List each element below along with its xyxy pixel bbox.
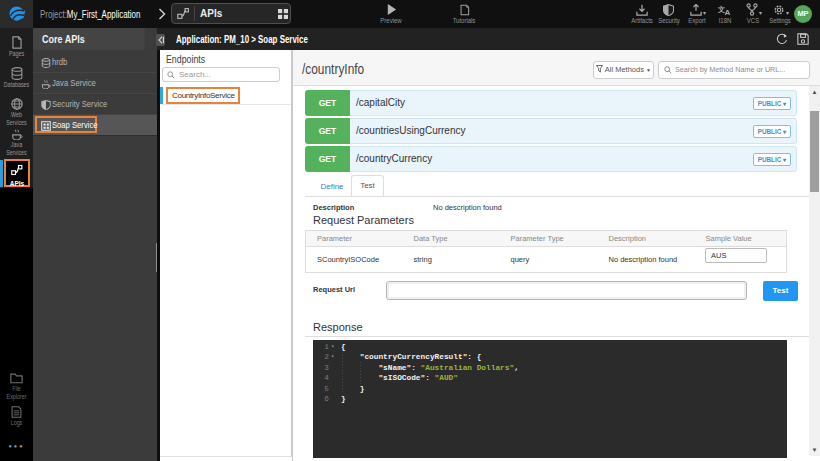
svg-text:A: A — [725, 8, 731, 16]
